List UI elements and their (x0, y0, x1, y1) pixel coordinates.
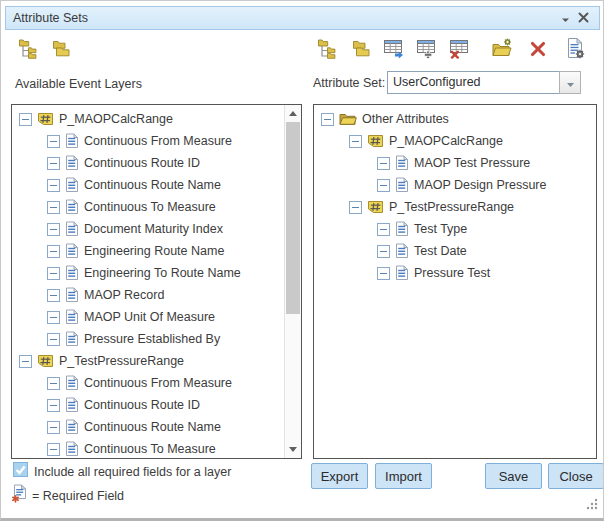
collapse-toggle-icon[interactable] (47, 223, 60, 236)
red-x-icon (527, 37, 549, 63)
tree-node-field[interactable]: Test Date (314, 240, 596, 262)
export-table-button[interactable] (382, 38, 406, 62)
resize-grip[interactable] (585, 496, 598, 514)
close-icon (578, 9, 589, 27)
event-layer-icon (367, 134, 384, 148)
field-icon (65, 441, 79, 457)
titlebar[interactable]: Attribute Sets (5, 6, 600, 30)
tree-node-field[interactable]: MAOP Design Pressure (314, 174, 596, 196)
folder-gear-icon (491, 37, 513, 63)
scroll-down-button[interactable] (285, 441, 301, 458)
folder-settings-button[interactable] (490, 38, 514, 62)
titlebar-menu-button[interactable] (556, 9, 574, 27)
collapse-toggle-icon[interactable] (47, 399, 60, 412)
tree-node-folder[interactable]: Other Attributes (314, 108, 596, 130)
field-icon (395, 265, 409, 281)
include-required-fields-row: Include all required fields for a layer (13, 462, 231, 481)
tree-node-label: Test Type (414, 222, 467, 236)
tree-node-field[interactable]: Test Type (314, 218, 596, 240)
collapse-toggle-icon[interactable] (47, 267, 60, 280)
collapse-toggle-icon[interactable] (321, 113, 334, 126)
field-icon (65, 287, 79, 303)
field-icon (65, 221, 79, 237)
tree-node-layer[interactable]: P_TestPressureRange (12, 350, 284, 372)
tree-node-field[interactable]: MAOP Record (12, 284, 284, 306)
collapse-toggle-icon[interactable] (47, 311, 60, 324)
collapse-toggle-icon[interactable] (47, 245, 60, 258)
collapse-toggle-icon[interactable] (19, 113, 32, 126)
collapse-toggle-icon[interactable] (47, 421, 60, 434)
table-x-icon (449, 37, 471, 63)
collapse-toggle-icon[interactable] (349, 201, 362, 214)
field-icon (65, 265, 79, 281)
attribute-set-dropdown-button[interactable] (559, 71, 581, 94)
field-icon (65, 199, 79, 215)
remove-table-button[interactable] (448, 38, 472, 62)
add-tree-button[interactable] (316, 38, 340, 62)
left-panel-scrollbar[interactable] (284, 105, 301, 458)
collapse-toggle-icon[interactable] (47, 201, 60, 214)
event-layer-icon (367, 200, 384, 214)
collapse-toggle-icon[interactable] (47, 289, 60, 302)
available-event-layers-label: Available Event Layers (15, 77, 142, 91)
tree-node-field[interactable]: Continuous From Measure (12, 130, 284, 152)
collapse-toggle-icon[interactable] (377, 267, 390, 280)
tree-node-field[interactable]: Continuous To Measure (12, 196, 284, 218)
required-field-legend: = Required Field (11, 484, 124, 507)
tree-node-label: Engineering To Route Name (84, 266, 241, 280)
export-button[interactable]: Export (311, 463, 368, 489)
tree-node-label: Document Maturity Index (84, 222, 223, 236)
collapse-toggle-icon[interactable] (377, 157, 390, 170)
field-icon (395, 177, 409, 193)
tree-node-label: P_MAOPCalcRange (389, 134, 503, 148)
folders-icon (350, 37, 372, 63)
tree-node-layer[interactable]: P_MAOPCalcRange (12, 108, 284, 130)
tree-node-label: P_TestPressureRange (59, 354, 184, 368)
tree-node-field[interactable]: Continuous Route Name (12, 416, 284, 438)
scroll-up-button[interactable] (285, 105, 301, 122)
tree-node-label: Continuous Route Name (84, 420, 221, 434)
tree-node-layer[interactable]: P_TestPressureRange (314, 196, 596, 218)
tree-node-field[interactable]: Continuous Route Name (12, 174, 284, 196)
tree-node-field[interactable]: MAOP Unit Of Measure (12, 306, 284, 328)
tree-node-field[interactable]: Engineering To Route Name (12, 262, 284, 284)
add-tree-button[interactable] (17, 38, 41, 62)
tree-node-field[interactable]: Continuous Route ID (12, 394, 284, 416)
collapse-toggle-icon[interactable] (377, 179, 390, 192)
collapse-toggle-icon[interactable] (47, 333, 60, 346)
tree-node-layer[interactable]: P_MAOPCalcRange (314, 130, 596, 152)
include-required-fields-checkbox[interactable] (13, 462, 28, 481)
add-folder-button[interactable] (49, 38, 73, 62)
tree-node-field[interactable]: Continuous From Measure (12, 372, 284, 394)
table-arrow-icon (383, 37, 405, 63)
tree-node-field[interactable]: Engineering Route Name (12, 240, 284, 262)
add-table-button[interactable] (415, 38, 439, 62)
collapse-toggle-icon[interactable] (47, 179, 60, 192)
collapse-toggle-icon[interactable] (47, 443, 60, 456)
field-icon (65, 375, 79, 391)
add-folder-button[interactable] (349, 38, 373, 62)
tree-node-field[interactable]: MAOP Test Pressure (314, 152, 596, 174)
tree-node-field[interactable]: Pressure Test (314, 262, 596, 284)
tree-node-field[interactable]: Continuous To Measure (12, 438, 284, 458)
import-button[interactable]: Import (375, 463, 432, 489)
delete-button[interactable] (526, 38, 550, 62)
tree-node-field[interactable]: Continuous Route ID (12, 152, 284, 174)
close-dialog-button[interactable]: Close (548, 463, 604, 489)
collapse-toggle-icon[interactable] (47, 157, 60, 170)
collapse-toggle-icon[interactable] (47, 135, 60, 148)
properties-button[interactable] (563, 38, 587, 62)
chevron-down-icon (561, 9, 570, 27)
close-button[interactable] (574, 9, 592, 27)
collapse-toggle-icon[interactable] (47, 377, 60, 390)
collapse-toggle-icon[interactable] (377, 223, 390, 236)
collapse-toggle-icon[interactable] (349, 135, 362, 148)
collapse-toggle-icon[interactable] (19, 355, 32, 368)
save-button[interactable]: Save (485, 463, 542, 489)
tree-node-field[interactable]: Pressure Established By (12, 328, 284, 350)
scrollbar-thumb[interactable] (286, 122, 300, 314)
attribute-set-combobox[interactable]: UserConfigured (387, 71, 559, 94)
folders-icon (50, 37, 72, 63)
tree-node-field[interactable]: Document Maturity Index (12, 218, 284, 240)
collapse-toggle-icon[interactable] (377, 245, 390, 258)
